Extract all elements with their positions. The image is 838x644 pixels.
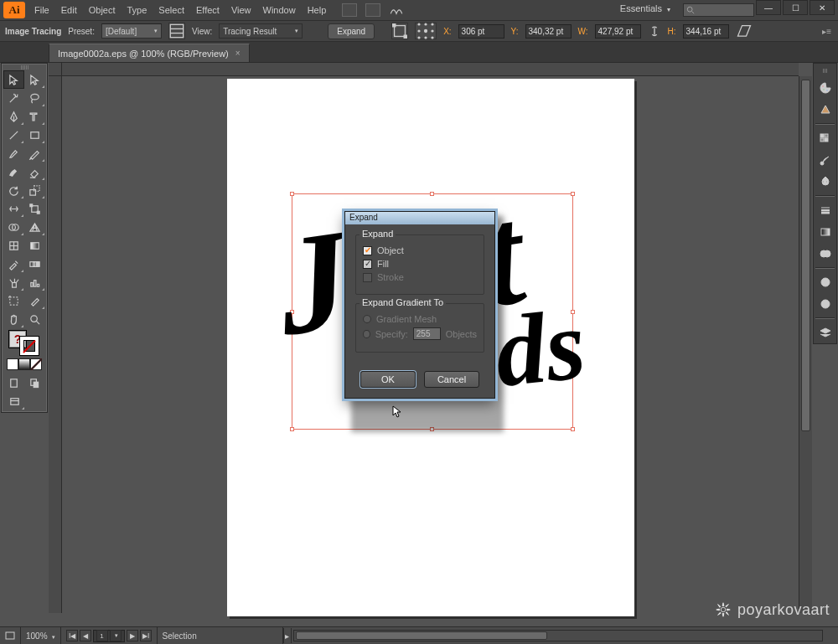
- swatches-panel-icon[interactable]: [815, 127, 835, 148]
- search-input[interactable]: [683, 3, 754, 17]
- reference-point-icon[interactable]: [415, 23, 437, 39]
- checkbox-object[interactable]: ✔: [363, 246, 372, 255]
- transparency-panel-icon[interactable]: [815, 243, 835, 264]
- column-graph-tool[interactable]: [24, 273, 45, 291]
- pencil-tool[interactable]: [24, 144, 45, 162]
- menu-effect[interactable]: Effect: [190, 1, 225, 19]
- checkbox-row-object[interactable]: ✔ Object: [363, 245, 477, 255]
- shape-builder-tool[interactable]: [3, 218, 24, 236]
- blob-brush-tool[interactable]: [3, 162, 24, 181]
- rotate-tool[interactable]: [3, 181, 24, 199]
- status-icon-cell[interactable]: [0, 627, 21, 644]
- menu-file[interactable]: File: [28, 1, 55, 19]
- type-tool[interactable]: T: [24, 107, 45, 126]
- preset-dropdown[interactable]: [Default]: [101, 23, 162, 39]
- stroke-panel-icon[interactable]: [815, 199, 835, 220]
- shear-icon[interactable]: [736, 23, 753, 39]
- checkbox-fill[interactable]: ✓: [363, 260, 372, 269]
- expand-button[interactable]: Expand: [328, 23, 375, 39]
- symbol-sprayer-tool[interactable]: [3, 273, 24, 291]
- color-mode-none-icon[interactable]: [30, 358, 42, 370]
- controlbar-flyout-icon[interactable]: ▸≡: [822, 27, 831, 36]
- menu-help[interactable]: Help: [302, 1, 333, 19]
- free-transform-tool[interactable]: [24, 199, 45, 218]
- symbols-panel-icon[interactable]: [815, 171, 835, 192]
- ruler-corner[interactable]: [49, 63, 62, 76]
- vertical-scrollbar[interactable]: [799, 76, 812, 613]
- horizontal-ruler[interactable]: [62, 63, 799, 76]
- zoom-tool[interactable]: [24, 310, 45, 328]
- artboard-last-icon[interactable]: ▶Ⅰ: [140, 630, 152, 641]
- color-guide-panel-icon[interactable]: [815, 99, 835, 120]
- x-field[interactable]: 306 pt: [458, 24, 504, 39]
- eyedropper-tool[interactable]: [3, 255, 24, 273]
- ok-button[interactable]: OK: [360, 371, 416, 388]
- link-wh-icon[interactable]: [648, 23, 661, 39]
- gradient-tool[interactable]: [24, 236, 45, 255]
- magic-wand-tool[interactable]: [3, 89, 24, 107]
- sel-handle-tl[interactable]: [290, 192, 294, 196]
- appearance-panel-icon[interactable]: [815, 271, 835, 292]
- eraser-tool[interactable]: [24, 162, 45, 181]
- rail-grip[interactable]: [814, 69, 836, 74]
- sel-handle-br[interactable]: [571, 427, 575, 431]
- graphic-styles-panel-icon[interactable]: [815, 293, 835, 314]
- mesh-tool[interactable]: [3, 236, 24, 255]
- hscroll-thumb[interactable]: [296, 631, 547, 640]
- slice-tool[interactable]: [24, 291, 45, 310]
- selection-tool[interactable]: [3, 70, 24, 89]
- artboard-tool[interactable]: [3, 291, 24, 310]
- horizontal-scrollbar[interactable]: [293, 630, 823, 641]
- menu-object[interactable]: Object: [83, 1, 122, 19]
- bridge-icon[interactable]: [389, 3, 404, 17]
- paintbrush-tool[interactable]: [3, 144, 24, 162]
- dialog-title[interactable]: Expand: [345, 212, 494, 224]
- line-tool[interactable]: [3, 126, 24, 144]
- layout-toggle-1-icon[interactable]: [342, 3, 357, 17]
- tab-close-icon[interactable]: ×: [235, 49, 241, 58]
- menu-edit[interactable]: Edit: [55, 1, 83, 19]
- vscroll-thumb[interactable]: [801, 80, 810, 431]
- transform-icon[interactable]: [391, 23, 408, 39]
- direct-selection-tool[interactable]: [24, 70, 45, 89]
- lasso-tool[interactable]: [24, 89, 45, 107]
- color-mode-solid-icon[interactable]: [7, 358, 18, 370]
- draw-behind-icon[interactable]: [24, 374, 45, 392]
- hand-tool[interactable]: [3, 310, 24, 328]
- menu-type[interactable]: Type: [122, 1, 153, 19]
- artboard-prev-icon[interactable]: ◀: [80, 630, 91, 641]
- vertical-ruler[interactable]: [49, 76, 62, 613]
- checkbox-row-fill[interactable]: ✓ Fill: [363, 259, 477, 269]
- status-tool[interactable]: Selection: [158, 627, 283, 644]
- window-maximize[interactable]: ☐: [783, 0, 808, 15]
- window-minimize[interactable]: —: [756, 0, 781, 15]
- artboard-first-icon[interactable]: Ⅰ◀: [66, 630, 78, 641]
- status-split-icon[interactable]: ▸: [283, 628, 292, 643]
- layers-panel-icon[interactable]: [815, 322, 835, 343]
- pen-tool[interactable]: [3, 107, 24, 126]
- w-field[interactable]: 427,92 pt: [595, 24, 641, 39]
- fill-stroke-swatch[interactable]: ?: [3, 328, 45, 357]
- sel-handle-tr[interactable]: [571, 192, 575, 196]
- tracing-panel-icon[interactable]: [168, 23, 185, 39]
- gradient-panel-icon[interactable]: [815, 221, 835, 242]
- zoom-level[interactable]: 100%: [21, 627, 61, 644]
- workspace-switcher[interactable]: Essentials: [620, 3, 670, 13]
- menu-select[interactable]: Select: [153, 1, 190, 19]
- color-panel-icon[interactable]: [815, 77, 835, 98]
- cancel-button[interactable]: Cancel: [424, 371, 479, 388]
- scale-tool[interactable]: [24, 181, 45, 199]
- layout-toggle-2-icon[interactable]: [365, 3, 380, 17]
- view-dropdown[interactable]: Tracing Result: [219, 23, 303, 39]
- menu-window[interactable]: Window: [257, 1, 302, 19]
- artboard-number-field[interactable]: 1: [93, 630, 125, 642]
- y-field[interactable]: 340,32 pt: [525, 24, 572, 39]
- rectangle-tool[interactable]: [24, 126, 45, 144]
- window-close[interactable]: ✕: [810, 0, 835, 15]
- width-tool[interactable]: [3, 199, 24, 218]
- menu-view[interactable]: View: [225, 1, 257, 19]
- stroke-swatch-icon[interactable]: [20, 337, 39, 355]
- draw-normal-icon[interactable]: [3, 374, 24, 392]
- blend-tool[interactable]: [24, 255, 45, 273]
- h-field[interactable]: 344,16 pt: [683, 24, 729, 39]
